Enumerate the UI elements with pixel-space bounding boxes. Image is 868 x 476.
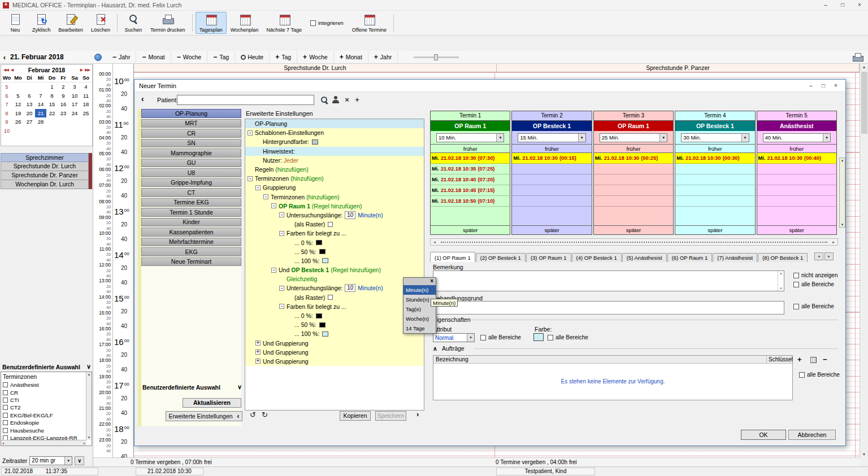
alle-bereiche-checkbox[interactable] bbox=[799, 372, 805, 378]
behandlungsgrund-textarea[interactable] bbox=[433, 301, 784, 315]
template-button[interactable]: Termin 1 Stunde bbox=[141, 208, 241, 217]
sidebar-back-button[interactable]: ‹ bbox=[0, 53, 9, 62]
nicht-anzeigen-checkbox[interactable] bbox=[793, 273, 799, 278]
tree-row[interactable]: + Und Gruppierung bbox=[245, 348, 424, 357]
calendar-day[interactable]: 23 bbox=[58, 109, 69, 118]
add-icon[interactable]: + bbox=[353, 95, 362, 104]
terminzone-checkbox[interactable] bbox=[3, 405, 8, 410]
tree-expander-icon[interactable]: - bbox=[271, 268, 276, 273]
zeitraster-expand-button[interactable]: ∨ bbox=[75, 456, 84, 465]
calendar-day[interactable]: 2 bbox=[58, 82, 69, 91]
calendar-day[interactable]: 6 bbox=[24, 91, 35, 101]
room-item[interactable]: Wochenplan Dr. Lurch bbox=[1, 180, 89, 189]
terminzonen-hscrollbar[interactable]: ◂ ▸ bbox=[1, 440, 86, 446]
terminzone-item[interactable]: CTI bbox=[1, 396, 92, 404]
search-icon[interactable] bbox=[320, 95, 329, 104]
scroll-up-icon[interactable]: ▲ bbox=[779, 272, 783, 275]
terminzone-checkbox[interactable] bbox=[3, 420, 8, 425]
termin-tab[interactable]: (4) OP Besteck 1 bbox=[572, 253, 622, 262]
terminzone-item[interactable]: Hausbesuche bbox=[1, 426, 92, 434]
tree-expander-icon[interactable]: - bbox=[271, 203, 276, 208]
earlier-button[interactable]: früher bbox=[757, 144, 836, 153]
expand-right-icon[interactable]: › bbox=[416, 410, 419, 418]
nav-button[interactable]: − Tag bbox=[207, 51, 235, 63]
template-button[interactable]: Mammographie bbox=[141, 149, 241, 158]
tree-expander-icon[interactable]: + bbox=[255, 340, 261, 346]
color-swatch[interactable] bbox=[316, 313, 322, 318]
color-swatch[interactable] bbox=[322, 331, 328, 337]
nav-button[interactable]: − Woche bbox=[171, 51, 208, 63]
toolbar-button[interactable]: Bearbeiten bbox=[55, 12, 88, 34]
terminzone-item[interactable]: Endoskopie bbox=[1, 419, 92, 426]
template-button[interactable]: Termine EKG bbox=[141, 198, 241, 207]
duration-select[interactable]: 25 Min. ▼ bbox=[600, 133, 667, 142]
template-button[interactable]: Grippe-Impfung bbox=[141, 178, 241, 187]
tree-number-input[interactable]: 10 bbox=[345, 211, 355, 219]
tree-add-link[interactable]: (hinzufügen) bbox=[290, 175, 323, 182]
calendar-day[interactable] bbox=[58, 126, 69, 136]
slot-row[interactable] bbox=[757, 164, 836, 174]
tree-row[interactable]: ... 100 %: bbox=[245, 256, 424, 265]
alle-bereiche-option[interactable]: alle Bereiche bbox=[793, 281, 834, 287]
refresh-button[interactable]: Aktualisieren bbox=[183, 398, 241, 408]
nav-button[interactable]: − Monat bbox=[136, 51, 171, 63]
alle-bereiche-option[interactable]: alle Bereiche bbox=[480, 334, 521, 340]
toolbar-button[interactable]: Tagesplan bbox=[196, 12, 227, 34]
calendar-day[interactable]: 13 bbox=[24, 100, 35, 109]
earlier-button[interactable]: früher bbox=[594, 144, 673, 153]
integrate-checkbox[interactable] bbox=[310, 20, 316, 26]
toolbar-button[interactable]: Termin drucken bbox=[146, 12, 189, 34]
toolbar-button[interactable]: Nächste 7 Tage bbox=[263, 12, 306, 34]
template-button[interactable]: EKG bbox=[141, 247, 241, 256]
terminzone-checkbox[interactable] bbox=[3, 390, 8, 395]
scroll-down-icon[interactable]: ▼ bbox=[841, 223, 844, 226]
slot-row[interactable] bbox=[675, 185, 754, 196]
earlier-button[interactable]: früher bbox=[512, 144, 591, 153]
popup-close-icon[interactable]: × bbox=[403, 278, 436, 285]
later-button[interactable]: später bbox=[431, 225, 510, 234]
tree-row[interactable]: - Untersuchungslänge: 10 Minute(n) bbox=[245, 211, 424, 220]
tree-add-link[interactable]: (hinzufügen) bbox=[306, 194, 339, 200]
termin-tab[interactable]: (5) Anästhesist bbox=[622, 253, 667, 262]
save-button[interactable]: Speichern bbox=[375, 411, 406, 421]
tree-expander-icon[interactable]: - bbox=[248, 176, 253, 181]
calendar-day[interactable]: 3 bbox=[69, 82, 80, 91]
termin-tab[interactable]: (3) OP Raum 1 bbox=[526, 253, 571, 262]
calendar-day[interactable]: 24 bbox=[69, 109, 80, 118]
zoom-slider-thumb[interactable] bbox=[434, 54, 438, 60]
calendar-day[interactable] bbox=[12, 126, 24, 136]
later-button[interactable]: später bbox=[512, 225, 591, 234]
toolbar-button[interactable]: Zyklisch bbox=[28, 12, 55, 34]
terminzone-item[interactable]: EKG/Bel-EKG/LF bbox=[1, 412, 92, 419]
tree-unit-link[interactable]: Minute(n) bbox=[358, 285, 383, 291]
calendar-day[interactable] bbox=[35, 82, 46, 91]
slot-row[interactable] bbox=[512, 174, 591, 185]
tree-row[interactable]: - Und OP Besteck 1 (Regel hinzufügen) bbox=[245, 265, 424, 274]
tree-row[interactable]: ... 100 %: bbox=[245, 329, 424, 338]
tree-row[interactable]: - Schablonen-Einstellungen bbox=[245, 128, 424, 137]
template-button[interactable]: GU bbox=[141, 159, 241, 168]
close-icon[interactable]: × bbox=[830, 82, 842, 89]
terminzone-item[interactable]: CR bbox=[1, 388, 92, 396]
tree-expander-icon[interactable]: - bbox=[263, 194, 268, 199]
termin-tab[interactable]: (8) OP Besteck 1 bbox=[758, 253, 808, 262]
tree-row[interactable]: Hinweistext: bbox=[245, 147, 424, 156]
tree-row[interactable]: (als Raster) bbox=[245, 220, 424, 229]
nav-button[interactable]: Heute bbox=[235, 51, 270, 63]
tree-checkbox[interactable] bbox=[328, 222, 333, 227]
toolbar-button[interactable]: Suchen bbox=[120, 12, 146, 34]
minimize-icon[interactable]: – bbox=[817, 0, 834, 10]
bemerkung-textarea[interactable]: ▲ ▼ bbox=[433, 270, 784, 291]
alle-bereiche-option[interactable]: alle Bereiche bbox=[799, 372, 840, 378]
tree-number-input[interactable]: 10 bbox=[345, 284, 355, 292]
template-button[interactable]: Kinder bbox=[141, 218, 241, 227]
popup-menu-item[interactable]: Woche(n) bbox=[403, 314, 436, 324]
tree-add-link[interactable]: (Regel hinzufügen) bbox=[331, 267, 381, 273]
calendar-day[interactable] bbox=[35, 126, 46, 136]
scroll-down-icon[interactable]: ▼ bbox=[860, 452, 868, 456]
zeitraster-select[interactable]: 20 min gr ▼ bbox=[29, 456, 72, 465]
color-swatch[interactable] bbox=[319, 249, 326, 254]
slot-row[interactable] bbox=[675, 174, 754, 185]
calendar-day[interactable]: 12 bbox=[12, 100, 24, 109]
rooms-scrollbar[interactable] bbox=[89, 153, 92, 189]
